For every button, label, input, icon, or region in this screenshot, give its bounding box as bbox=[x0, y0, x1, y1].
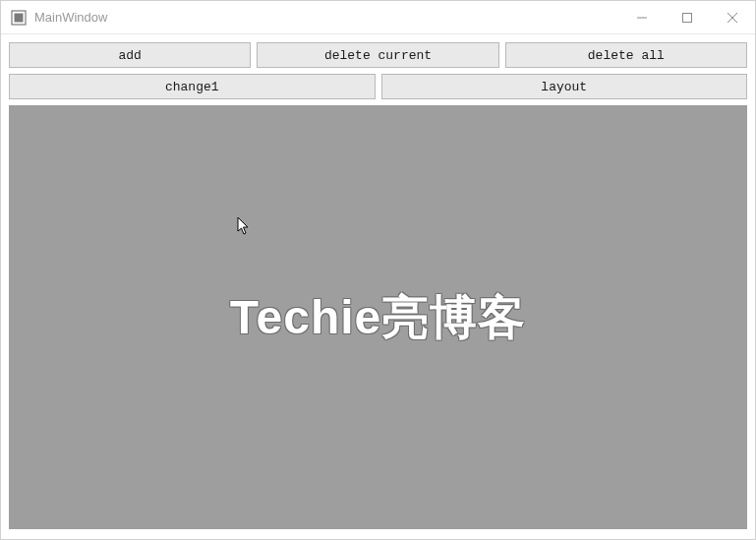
app-icon bbox=[11, 10, 27, 26]
canvas-area: Techie亮博客 bbox=[9, 105, 747, 529]
layout-button[interactable]: layout bbox=[381, 74, 748, 99]
client-area: add delete current delete all change1 la… bbox=[1, 34, 755, 539]
cursor-icon bbox=[237, 216, 251, 236]
delete-current-button[interactable]: delete current bbox=[257, 42, 498, 68]
window-controls bbox=[619, 1, 755, 33]
maximize-button[interactable] bbox=[665, 1, 710, 33]
add-button-label: add bbox=[118, 48, 141, 63]
delete-all-button-label: delete all bbox=[588, 48, 665, 63]
delete-all-button[interactable]: delete all bbox=[505, 42, 747, 68]
minimize-button[interactable] bbox=[619, 1, 665, 33]
window-title: MainWindow bbox=[34, 10, 107, 25]
main-window: MainWindow add delete current bbox=[0, 0, 756, 540]
close-button[interactable] bbox=[710, 1, 755, 33]
titlebar: MainWindow bbox=[1, 1, 755, 34]
change1-button[interactable]: change1 bbox=[9, 74, 376, 99]
layout-button-label: layout bbox=[541, 80, 587, 94]
delete-current-button-label: delete current bbox=[324, 48, 432, 63]
change1-button-label: change1 bbox=[165, 80, 219, 94]
button-row-2: change1 layout bbox=[9, 74, 747, 99]
watermark-text: Techie亮博客 bbox=[230, 286, 527, 349]
svg-rect-3 bbox=[683, 13, 692, 22]
svg-rect-1 bbox=[15, 13, 24, 22]
button-row-1: add delete current delete all bbox=[9, 42, 747, 68]
add-button[interactable]: add bbox=[9, 42, 251, 68]
